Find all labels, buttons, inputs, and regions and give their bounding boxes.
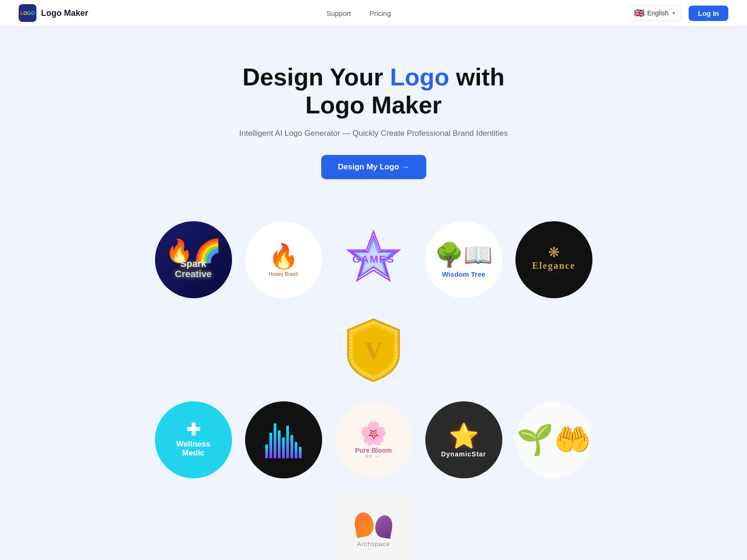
elegance-text: Elegance bbox=[532, 260, 576, 271]
design-my-logo-button[interactable]: Design My Logo → bbox=[321, 155, 426, 179]
hero-section: Design Your Logo with Logo Maker Intelli… bbox=[0, 26, 747, 203]
pure-bloom-sub: BE A* bbox=[366, 454, 381, 459]
archspace-inner: Archspace bbox=[355, 512, 392, 547]
bar-3 bbox=[274, 423, 276, 458]
elegance-inner: ❋ Elegance · · · bbox=[532, 244, 576, 275]
logo-card-games[interactable]: GAMES bbox=[335, 221, 412, 298]
archspace-shape1 bbox=[353, 511, 375, 538]
dynamic-star-icon: ⭐ bbox=[449, 422, 479, 450]
games-text: GAMES bbox=[352, 253, 395, 266]
logo-card-nature-hands[interactable]: 🌱🤲 bbox=[515, 401, 592, 478]
elegance-ornament-icon: ❋ bbox=[548, 244, 560, 260]
archspace-text: Archspace bbox=[357, 540, 390, 547]
logo-gallery: 🔥🌈 SparkCreative 🔥 Honey Brasil GAMES bbox=[93, 221, 654, 560]
nav-links: Support Pricing bbox=[326, 9, 391, 17]
archspace-shapes bbox=[355, 512, 392, 538]
hero-subtitle: Intelligent AI Logo Generator — Quickly … bbox=[9, 129, 738, 138]
language-label: English bbox=[647, 9, 669, 17]
vshield-svg: V bbox=[343, 317, 404, 382]
honey-brasil-inner: 🔥 Honey Brasil bbox=[268, 242, 299, 277]
bar-6 bbox=[286, 426, 289, 458]
logo-card-pure-bloom[interactable]: 🌸 Pure Bloom BE A* bbox=[335, 401, 412, 478]
pure-bloom-text: Pure Bloom bbox=[355, 447, 392, 454]
dynamic-star-text: DynamicStar bbox=[441, 450, 486, 458]
wisdom-tree-text: Wisdom Tree bbox=[442, 270, 485, 278]
dynamic-star-inner: ⭐ DynamicStar bbox=[441, 422, 486, 458]
wisdom-tree-icon: 🌳📖 bbox=[435, 241, 493, 268]
logo-card-elegance[interactable]: ❋ Elegance · · · bbox=[515, 221, 592, 298]
brand-name: Logo Maker bbox=[41, 8, 88, 18]
soundwave-bars bbox=[265, 421, 302, 458]
logo-card-wisdom-tree[interactable]: 🌳📖 Wisdom Tree bbox=[425, 221, 502, 298]
svg-text:V: V bbox=[365, 337, 382, 364]
nature-hands-icon: 🌱🤲 bbox=[516, 422, 591, 457]
logo-card-wellness-medic[interactable]: ✚ WellnessMedic bbox=[155, 401, 232, 478]
login-button[interactable]: Log In bbox=[689, 6, 728, 21]
logo-box-icon: LOGO bbox=[19, 4, 36, 22]
bar-8 bbox=[295, 442, 297, 458]
bar-7 bbox=[290, 435, 293, 458]
pure-bloom-flower-icon: 🌸 bbox=[359, 420, 388, 447]
language-selector[interactable]: 🇬🇧 English ▼ bbox=[629, 5, 681, 21]
honey-brasil-text: Honey Brasil bbox=[269, 272, 298, 277]
logo-card-honey-brasil[interactable]: 🔥 Honey Brasil bbox=[245, 221, 322, 298]
wellness-medic-inner: ✚ WellnessMedic bbox=[176, 421, 210, 457]
gallery-row-1: 🔥🌈 SparkCreative 🔥 Honey Brasil GAMES bbox=[112, 221, 635, 388]
bar-4 bbox=[278, 430, 281, 458]
honey-flame-icon: 🔥 bbox=[268, 242, 299, 271]
pure-bloom-inner: 🌸 Pure Bloom BE A* bbox=[355, 420, 392, 459]
logo-card-dynamic-star[interactable]: ⭐ DynamicStar bbox=[425, 401, 502, 478]
spark-creative-text: SparkCreative bbox=[175, 259, 212, 279]
nav-support-link[interactable]: Support bbox=[326, 9, 351, 17]
bar-2 bbox=[269, 433, 272, 458]
brand-logo[interactable]: LOGO Logo Maker bbox=[19, 4, 88, 22]
bar-5 bbox=[282, 437, 285, 458]
nav-pricing-link[interactable]: Pricing bbox=[369, 9, 391, 17]
wellness-cross-icon: ✚ bbox=[186, 421, 200, 438]
wellness-medic-text: WellnessMedic bbox=[176, 440, 210, 457]
bar-9 bbox=[299, 447, 302, 458]
logo-card-archspace[interactable]: Archspace bbox=[335, 491, 412, 560]
flag-icon: 🇬🇧 bbox=[634, 8, 644, 18]
games-star-shape: GAMES bbox=[343, 229, 404, 290]
hero-title: Design Your Logo with Logo Maker bbox=[9, 63, 738, 119]
bar-1 bbox=[265, 444, 268, 458]
logo-card-soundwave[interactable] bbox=[245, 401, 322, 478]
navbar: LOGO Logo Maker Support Pricing 🇬🇧 Engli… bbox=[0, 0, 747, 26]
gallery-row-2: ✚ WellnessMedic 🌸 Pure Bloom bbox=[112, 401, 635, 560]
nav-right: 🇬🇧 English ▼ Log In bbox=[629, 5, 728, 21]
elegance-sub-text: · · · bbox=[548, 271, 560, 275]
logo-card-vshield[interactable]: V bbox=[335, 311, 412, 388]
logo-card-spark-creative[interactable]: 🔥🌈 SparkCreative bbox=[155, 221, 232, 298]
chevron-down-icon: ▼ bbox=[671, 11, 676, 16]
archspace-shape2 bbox=[374, 514, 394, 539]
